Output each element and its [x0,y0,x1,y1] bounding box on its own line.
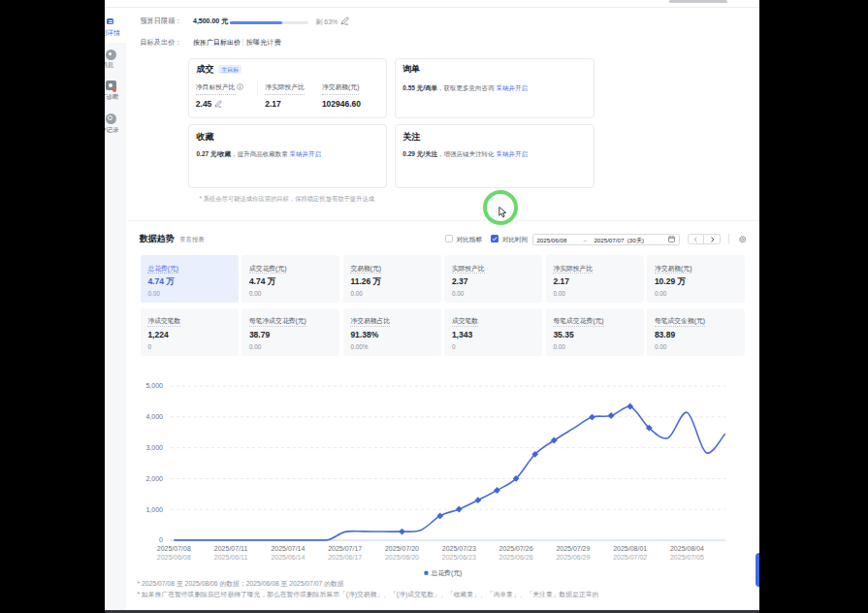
svg-text:2025/07/20: 2025/07/20 [385,545,419,552]
svg-text:2025/08/01: 2025/08/01 [613,545,647,552]
svg-text:2025/06/23: 2025/06/23 [442,554,476,561]
svg-text:2,000: 2,000 [145,475,163,482]
svg-text:2025/07/29: 2025/07/29 [556,545,590,552]
svg-text:2025/06/20: 2025/06/20 [385,554,419,561]
svg-text:3,000: 3,000 [145,444,163,451]
svg-text:5,000: 5,000 [145,382,163,389]
svg-text:2025/06/29: 2025/06/29 [556,554,590,561]
svg-text:2025/08/04: 2025/08/04 [670,545,704,552]
svg-text:0: 0 [159,536,163,543]
svg-text:2025/07/11: 2025/07/11 [214,545,248,552]
svg-text:2025/07/02: 2025/07/02 [613,554,647,561]
svg-text:2025/07/08: 2025/07/08 [157,545,191,552]
svg-text:总花费(元): 总花费(元) [431,569,463,577]
svg-text:4,000: 4,000 [145,413,163,420]
svg-text:1,000: 1,000 [145,506,163,513]
svg-text:2025/06/14: 2025/06/14 [271,554,305,561]
svg-text:2025/07/23: 2025/07/23 [442,545,476,552]
svg-text:2025/06/17: 2025/06/17 [328,554,362,561]
svg-text:2025/06/11: 2025/06/11 [214,554,248,561]
svg-text:2025/07/05: 2025/07/05 [670,554,704,561]
svg-text:2025/06/26: 2025/06/26 [499,554,533,561]
svg-text:2025/06/08: 2025/06/08 [157,554,191,561]
svg-text:2025/07/14: 2025/07/14 [271,545,305,552]
svg-text:2025/07/17: 2025/07/17 [328,545,362,552]
svg-text:2025/07/26: 2025/07/26 [499,545,533,552]
